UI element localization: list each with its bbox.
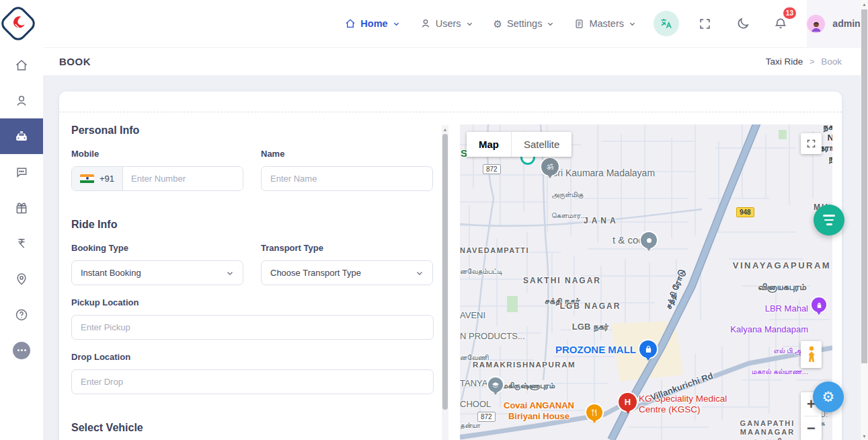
fullscreen-button[interactable] bbox=[694, 12, 717, 35]
area-name-tamil: LGB நகர் bbox=[572, 322, 608, 332]
restaurant-marker[interactable] bbox=[586, 404, 602, 420]
scroll-up-arrow-icon[interactable]: ▲ bbox=[861, 0, 868, 8]
file-icon bbox=[574, 19, 584, 29]
bell-icon bbox=[774, 17, 787, 30]
mobile-input[interactable] bbox=[123, 167, 243, 190]
dial-code-prefix[interactable]: +91 bbox=[72, 167, 123, 190]
poi-name: CHOOL bbox=[460, 399, 491, 409]
area-name: NAVEDAMPATTI bbox=[460, 246, 529, 254]
dark-mode-button[interactable] bbox=[732, 12, 754, 35]
nav-item-settings[interactable]: ⚙ Settings bbox=[494, 18, 555, 29]
scroll-up-arrow-icon[interactable]: ▲ bbox=[442, 125, 448, 133]
satellite-tab[interactable]: Satellite bbox=[511, 132, 571, 157]
hospital-marker[interactable]: H bbox=[619, 393, 637, 411]
sidebar-item-more[interactable] bbox=[0, 332, 43, 368]
brand-logo[interactable] bbox=[0, 0, 36, 47]
settings-fab-button[interactable]: ⚙ bbox=[813, 381, 844, 412]
nav-item-home[interactable]: Home bbox=[345, 18, 399, 29]
drop-location-input[interactable] bbox=[71, 369, 434, 394]
breadcrumb: Taxi Ride > Book bbox=[766, 57, 842, 67]
notification-count-badge: 13 bbox=[783, 7, 796, 19]
drop-location-label: Drop Location bbox=[71, 352, 130, 362]
sidebar-item-locations[interactable] bbox=[0, 261, 43, 297]
username-label: admin bbox=[832, 18, 860, 29]
name-label: Name bbox=[261, 149, 284, 159]
transport-type-label: Transport Type bbox=[261, 243, 323, 253]
hot-cool-marker[interactable] bbox=[641, 232, 657, 248]
ride-info-heading: Ride Info bbox=[71, 219, 117, 231]
chevron-down-icon bbox=[466, 20, 473, 28]
user-icon bbox=[15, 94, 28, 108]
fullscreen-icon bbox=[699, 17, 711, 30]
temple-marker[interactable]: ॐ bbox=[541, 158, 559, 176]
breadcrumb-parent[interactable]: Taxi Ride bbox=[766, 57, 803, 67]
page-header-bar: BOOK Taxi Ride > Book bbox=[43, 47, 861, 75]
map-label-jana: JANA bbox=[584, 216, 619, 225]
sidebar-item-home[interactable] bbox=[0, 47, 43, 83]
poi-name: LBR Mahal bbox=[765, 303, 808, 314]
page-scrollbar[interactable]: ▲ ▼ bbox=[861, 0, 868, 440]
booking-type-label: Booking Type bbox=[71, 243, 128, 253]
page-scrollbar-thumb[interactable] bbox=[861, 9, 867, 363]
language-translate-button[interactable] bbox=[654, 11, 679, 36]
translate-icon bbox=[660, 17, 673, 30]
poi-name: Sri Kaumara Madalayam bbox=[551, 168, 655, 178]
map-label-lbr-mahal: LBR Mahal Kalyana Mandapam எல் பி ஆர் மக… bbox=[730, 293, 808, 377]
sidebar-item-chat[interactable] bbox=[0, 154, 43, 190]
om-glyph: ॐ bbox=[547, 162, 553, 172]
shopping-bag-icon bbox=[644, 345, 653, 354]
graduation-cap-icon bbox=[491, 381, 500, 389]
notifications-button[interactable]: 13 bbox=[769, 12, 792, 35]
filter-fab-button[interactable] bbox=[814, 205, 844, 235]
booking-type-select[interactable]: Instant Booking bbox=[71, 260, 243, 285]
nav-label: Users bbox=[436, 18, 461, 29]
name-input[interactable] bbox=[261, 166, 433, 191]
map-fullscreen-button[interactable] bbox=[801, 133, 822, 154]
sidebar-item-taxi-bookings[interactable] bbox=[0, 118, 43, 154]
user-menu[interactable]: admin bbox=[807, 0, 861, 47]
nav-item-masters[interactable]: Masters bbox=[574, 18, 636, 29]
sidebar-item-offers[interactable] bbox=[0, 190, 43, 225]
mall-marker[interactable] bbox=[639, 340, 657, 358]
pegman-control[interactable] bbox=[801, 341, 822, 368]
form-scrollbar-thumb[interactable] bbox=[442, 134, 448, 410]
mandapam-marker[interactable] bbox=[812, 297, 826, 312]
google-map[interactable]: 872 948 872 S நக N சதரா ந Sri Kaumara Ma… bbox=[460, 124, 832, 440]
sidebar-item-help[interactable] bbox=[0, 297, 43, 332]
map-label-ganapathi: GANAPATHI MAANAGAR கணபதி bbox=[729, 419, 806, 440]
poi-name: N PRODUCTS... bbox=[460, 331, 525, 341]
chevron-down-icon bbox=[416, 269, 424, 277]
school-marker[interactable] bbox=[488, 377, 503, 392]
help-icon bbox=[15, 308, 28, 322]
header-tools: 13 bbox=[654, 11, 792, 36]
route-badge-872: 872 bbox=[483, 164, 501, 174]
app-window: Home Users ⚙ Settings Masters bbox=[0, 0, 868, 440]
map-label-covai-biriyani: Covai ANGANAN Biriyani House bbox=[494, 400, 584, 421]
pegman-icon bbox=[806, 346, 817, 363]
nav-item-users[interactable]: Users bbox=[420, 18, 473, 29]
rupee-icon bbox=[15, 237, 28, 250]
poi-name-tamil: அருள்மிகு bbox=[551, 190, 584, 198]
map-label-lgb-nagar: LGB NAGAR LGB நகர் bbox=[543, 290, 637, 332]
poi-name-tamil: மகால் கல்யாண... bbox=[752, 367, 808, 375]
pickup-location-input[interactable] bbox=[71, 315, 434, 340]
scroll-down-arrow-icon[interactable]: ▼ bbox=[861, 432, 868, 440]
form-scrollbar[interactable]: ▲ bbox=[442, 125, 448, 440]
poi-name: TANYA bbox=[460, 378, 487, 388]
poi-name: AVENI bbox=[460, 310, 485, 320]
filter-icon bbox=[823, 215, 835, 217]
booking-card-header bbox=[59, 91, 842, 112]
fork-knife-icon bbox=[591, 409, 598, 416]
zoom-out-button[interactable]: − bbox=[801, 416, 822, 440]
nav-label: Settings bbox=[507, 18, 542, 29]
poi-name-tamil: கெளமார... bbox=[551, 211, 587, 219]
map-tab[interactable]: Map bbox=[467, 132, 511, 157]
home-icon bbox=[345, 18, 356, 29]
map-label-school: TANYA CHOOL தன்யா பள்ளி bbox=[460, 367, 491, 440]
sidebar-item-payments[interactable] bbox=[0, 225, 43, 261]
transport-type-select[interactable]: Choose Transport Type bbox=[261, 260, 433, 285]
sidebar-item-users[interactable] bbox=[0, 83, 43, 118]
main-nav: Home Users ⚙ Settings Masters bbox=[345, 18, 636, 29]
taxi-icon bbox=[14, 129, 29, 144]
fullscreen-corners-icon bbox=[806, 139, 816, 149]
